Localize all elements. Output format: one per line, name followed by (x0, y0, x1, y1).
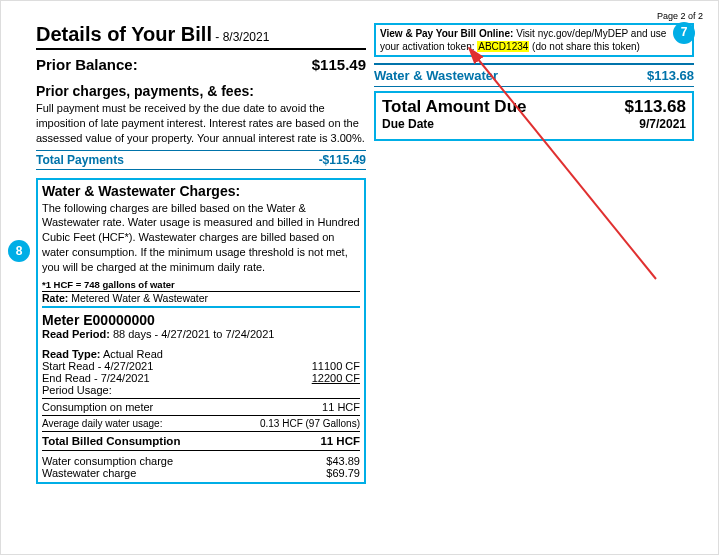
ww-text: The following charges are billed based o… (42, 201, 360, 275)
rate-row: Rate: Metered Water & Wastewater (42, 292, 360, 308)
end-read-label: End Read - 7/24/2021 (42, 372, 150, 384)
total-consumption-value: 11 HCF (320, 435, 360, 447)
avg-usage-row: Average daily water usage: 0.13 HCF (97 … (42, 418, 360, 429)
wastewater-charge-value: $69.79 (326, 467, 360, 479)
period-usage-label: Period Usage: (42, 384, 112, 396)
charges-detail-box: 8 Water & Wastewater Charges: The follow… (36, 178, 366, 484)
ww-summary-label: Water & Wastewater (374, 68, 498, 83)
right-column: 7 View & Pay Your Bill Online: Visit nyc… (374, 23, 694, 484)
total-amount-due-row: Total Amount Due $113.68 (382, 97, 686, 117)
title-row: Details of Your Bill - 8/3/2021 (36, 23, 366, 50)
rate-value: Metered Water & Wastewater (71, 292, 208, 304)
prior-balance-label: Prior Balance: (36, 56, 138, 73)
title-date: - 8/3/2021 (212, 30, 269, 44)
start-read-value: 11100 CF (312, 360, 360, 372)
avg-usage-value: 0.13 HCF (97 Gallons) (260, 418, 360, 429)
total-amount-due-label: Total Amount Due (382, 97, 526, 117)
online-bold: View & Pay Your Bill Online: (380, 28, 513, 39)
consumption-meter-value: 11 HCF (322, 401, 360, 413)
read-type-value: Actual Read (103, 348, 163, 360)
ww-summary-row: Water & Wastewater $113.68 (374, 63, 694, 87)
left-column: Details of Your Bill - 8/3/2021 Prior Ba… (36, 23, 366, 484)
meter-name: Meter E00000000 (42, 312, 360, 328)
prior-balance-row: Prior Balance: $115.49 (36, 56, 366, 73)
pcf-heading: Prior charges, payments, & fees: (36, 83, 366, 99)
consumption-meter-row: Consumption on meter 11 HCF (42, 401, 360, 413)
due-date-value: 9/7/2021 (639, 117, 686, 131)
end-read-row: End Read - 7/24/2021 12200 CF (42, 372, 360, 384)
activation-token: ABCD1234 (477, 41, 529, 52)
hcf-footnote: *1 HCF = 748 gallons of water (42, 279, 360, 292)
callout-badge-8: 8 (8, 240, 30, 262)
due-date-label: Due Date (382, 117, 434, 131)
total-consumption-row: Total Billed Consumption 11 HCF (42, 431, 360, 451)
water-charge-value: $43.89 (326, 455, 360, 467)
summary-box: Total Amount Due $113.68 Due Date 9/7/20… (374, 91, 694, 141)
page-title: Details of Your Bill (36, 23, 212, 45)
wastewater-charge-row: Wastewater charge $69.79 (42, 467, 360, 479)
start-read-label: Start Read - 4/27/2021 (42, 360, 153, 372)
rate-label: Rate: (42, 292, 68, 304)
ww-summary-value: $113.68 (647, 68, 694, 83)
read-period-row: Read Period: 88 days - 4/27/2021 to 7/24… (42, 328, 360, 340)
total-payments-value: -$115.49 (319, 153, 366, 167)
due-date-row: Due Date 9/7/2021 (382, 117, 686, 131)
water-charge-label: Water consumption charge (42, 455, 173, 467)
ww-heading: Water & Wastewater Charges: (42, 183, 360, 199)
read-period-label: Read Period: (42, 328, 110, 340)
total-amount-due-value: $113.68 (625, 97, 686, 117)
callout-badge-7: 7 (673, 22, 695, 44)
prior-balance-value: $115.49 (312, 56, 366, 73)
end-read-value: 12200 CF (312, 372, 360, 384)
online-text2: (do not share this token) (529, 41, 640, 52)
water-charge-row: Water consumption charge $43.89 (42, 455, 360, 467)
online-pay-box: 7 View & Pay Your Bill Online: Visit nyc… (374, 23, 694, 57)
total-payments-label: Total Payments (36, 153, 124, 167)
read-period-value: 88 days - 4/27/2021 to 7/24/2021 (113, 328, 274, 340)
start-read-row: Start Read - 4/27/2021 11100 CF (42, 360, 360, 372)
read-type-label: Read Type: (42, 348, 100, 360)
wastewater-charge-label: Wastewater charge (42, 467, 136, 479)
consumption-meter-label: Consumption on meter (42, 401, 153, 413)
pcf-text: Full payment must be received by the due… (36, 101, 366, 146)
avg-usage-label: Average daily water usage: (42, 418, 162, 429)
page-number: Page 2 of 2 (36, 11, 703, 21)
read-type-row: Read Type: Actual Read (42, 348, 360, 360)
total-consumption-label: Total Billed Consumption (42, 435, 180, 447)
total-payments-row: Total Payments -$115.49 (36, 150, 366, 170)
period-usage-row: Period Usage: (42, 384, 360, 396)
